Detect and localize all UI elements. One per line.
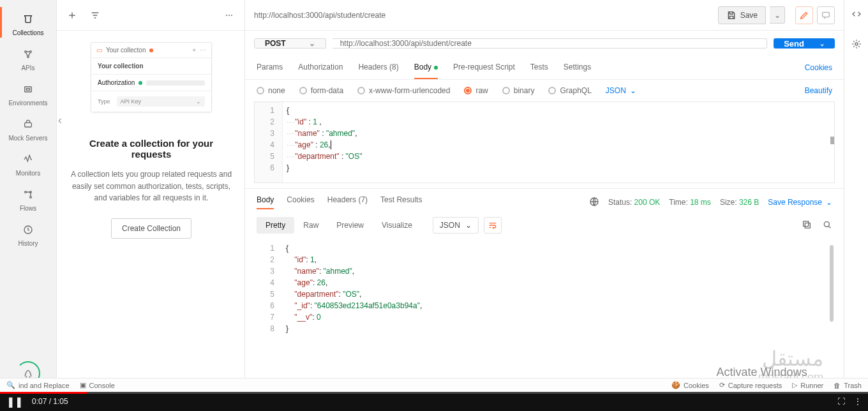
tab-tests[interactable]: Tests	[530, 56, 548, 79]
save-button[interactable]: Save	[718, 6, 766, 24]
more-button[interactable]	[220, 6, 238, 24]
player-more-icon[interactable]: ⋮	[854, 397, 862, 406]
rail-flows[interactable]: Flows	[0, 183, 56, 218]
collections-icon	[22, 13, 34, 26]
sidebar-panel: ‹ ▭ Your collecton + ⋯ Your collection A…	[57, 0, 245, 392]
create-collection-button[interactable]: Create Collection	[111, 218, 191, 239]
status-label: Status: 200 OK	[608, 198, 660, 207]
mock-type-label: Type	[98, 98, 110, 105]
edit-button[interactable]	[795, 6, 813, 24]
resp-tab-test[interactable]: Test Results	[380, 195, 422, 209]
scroll-handle[interactable]	[830, 245, 834, 322]
body-graphql[interactable]: GraphQL	[548, 86, 591, 95]
scroll-handle[interactable]	[830, 137, 834, 144]
response-view-bar: Pretty Raw Preview Visualize JSON⌄	[245, 213, 844, 237]
unsaved-dot-icon	[149, 49, 153, 52]
resp-tab-body[interactable]: Body	[257, 195, 274, 209]
body-raw[interactable]: raw	[464, 86, 488, 95]
mockservers-icon	[22, 118, 34, 131]
save-response-button[interactable]: Save Response⌄	[768, 198, 832, 207]
pause-icon[interactable]: ❚❚	[6, 396, 23, 408]
svg-rect-5	[25, 123, 32, 127]
tab-body[interactable]: Body	[414, 56, 438, 79]
beautify-button[interactable]: Beautify	[805, 86, 832, 95]
svg-point-11	[228, 15, 230, 16]
filter-button[interactable]	[86, 6, 104, 24]
body-none[interactable]: none	[257, 86, 285, 95]
progress-bar[interactable]	[0, 392, 868, 394]
body-binary[interactable]: binary	[502, 86, 535, 95]
status-runner[interactable]: ▷ Runner	[792, 381, 823, 389]
globe-icon[interactable]	[589, 197, 599, 209]
tab-authorization[interactable]: Authorization	[298, 56, 343, 79]
response-format-select[interactable]: JSON⌄	[433, 217, 479, 234]
rail-active-indicator	[0, 7, 2, 38]
rail-label: Mock Servers	[8, 135, 47, 142]
time-label: Time: 18 ms	[669, 198, 711, 207]
flows-icon	[22, 188, 34, 201]
resp-tab-headers[interactable]: Headers (7)	[327, 195, 368, 209]
method-select[interactable]: POST⌄	[254, 38, 326, 49]
tab-settings[interactable]: Settings	[564, 56, 591, 79]
body-formdata[interactable]: form-data	[299, 86, 343, 95]
status-console[interactable]: ▣ Console	[80, 381, 115, 389]
svg-point-17	[824, 221, 829, 227]
response-body-editor[interactable]: 12345678 { "id": 1, "name": "ahmed", "ag…	[254, 240, 835, 342]
resp-tab-cookies[interactable]: Cookies	[287, 195, 314, 209]
placeholder-bar	[146, 80, 205, 86]
body-format-select[interactable]: JSON⌄	[606, 86, 636, 95]
player-time: 0:07 / 1:05	[32, 397, 68, 406]
tab-prerequest[interactable]: Pre-request Script	[453, 56, 515, 79]
rail-apis[interactable]: APIs	[0, 42, 56, 77]
status-cookies[interactable]: 🍪 Cookies	[671, 381, 709, 389]
url-input[interactable]: http://localhost:3000/api/student/create	[333, 38, 768, 49]
tab-params[interactable]: Params	[257, 56, 283, 79]
send-button[interactable]: Send⌄	[774, 38, 835, 49]
mock-type-select: API Key⌄	[117, 96, 205, 107]
request-body-editor[interactable]: 123456 {····"id" : 1 ,····"name" : "ahme…	[254, 101, 835, 183]
rail-environments[interactable]: Environments	[0, 77, 56, 112]
svg-point-0	[25, 51, 27, 53]
code-icon[interactable]	[851, 9, 862, 21]
right-rail	[844, 0, 868, 392]
view-raw[interactable]: Raw	[294, 217, 327, 234]
main-area: http://localhost:3000/api/student/create…	[245, 0, 844, 392]
status-capture[interactable]: ⟳ Capture requests	[719, 381, 782, 389]
cookies-link[interactable]: Cookies	[805, 57, 832, 78]
rail-collections[interactable]: Collections	[0, 7, 56, 42]
svg-point-10	[226, 15, 227, 16]
view-pretty[interactable]: Pretty	[257, 217, 294, 234]
rail-label: Monitors	[16, 170, 40, 177]
rail-monitors[interactable]: Monitors	[0, 147, 56, 183]
svg-point-12	[231, 15, 232, 16]
fullscreen-icon[interactable]: ⛶	[837, 397, 845, 406]
view-preview[interactable]: Preview	[327, 217, 373, 234]
new-button[interactable]	[63, 6, 81, 24]
info-icon[interactable]	[851, 39, 862, 51]
collapse-sidebar-icon[interactable]: ‹	[58, 114, 62, 127]
ellipsis-icon: ⋯	[200, 47, 206, 54]
request-tab-title[interactable]: http://localhost:3000/api/student/create	[254, 11, 718, 20]
monitors-icon	[22, 153, 34, 166]
green-dot-icon	[138, 81, 142, 85]
body-type-options: none form-data x-www-form-urlencoded raw…	[245, 80, 844, 101]
svg-rect-3	[25, 87, 32, 92]
body-xwww[interactable]: x-www-form-urlencoded	[357, 86, 450, 95]
response-tabs: Body Cookies Headers (7) Test Results St…	[245, 188, 844, 213]
folder-icon: ▭	[96, 47, 102, 54]
search-button[interactable]	[822, 220, 832, 232]
rail-history[interactable]: History	[0, 218, 56, 253]
comment-button[interactable]	[817, 6, 835, 24]
wrap-lines-button[interactable]	[484, 217, 502, 234]
mock-auth-label: Authorization	[98, 79, 135, 86]
rail-label: APIs	[21, 64, 34, 71]
status-find[interactable]: 🔍 ind and Replace	[6, 381, 70, 389]
save-dropdown[interactable]: ⌄	[770, 6, 785, 24]
copy-button[interactable]	[802, 220, 812, 232]
view-visualize[interactable]: Visualize	[373, 217, 421, 234]
green-dot-icon	[434, 66, 438, 70]
intro-body: A collection lets you group related requ…	[70, 168, 233, 204]
rail-mockservers[interactable]: Mock Servers	[0, 112, 56, 147]
tab-headers[interactable]: Headers (8)	[358, 56, 398, 79]
status-trash[interactable]: 🗑 Trash	[834, 382, 862, 389]
